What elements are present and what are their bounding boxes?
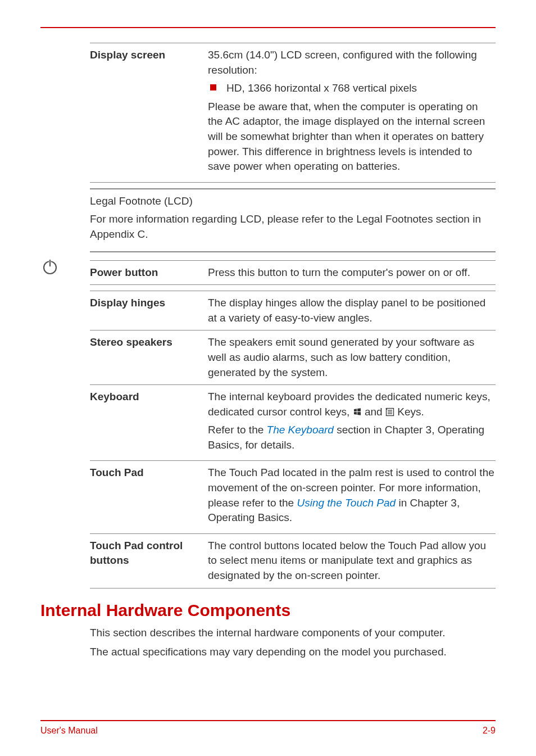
touchpad-link[interactable]: Using the Touch Pad (297, 497, 396, 509)
term-touch-pad: Touch Pad (90, 465, 208, 528)
footer-right: 2-9 (483, 726, 496, 736)
keyboard-p1b: and (365, 406, 385, 418)
windows-key-icon (353, 408, 362, 417)
term-power-button: Power button (90, 265, 208, 280)
term-display-hinges: Display hinges (90, 296, 208, 325)
legal-body: For more information regarding LCD, plea… (90, 212, 496, 242)
term-stereo-speakers: Stereo speakers (90, 335, 208, 380)
table1-bottom-rule (90, 182, 496, 183)
keyboard-p1a: The internal keyboard provides the dedic… (208, 391, 490, 418)
legal-footnote-block: Legal Footnote (LCD) For more informatio… (90, 188, 496, 252)
section-title: Internal Hardware Components (40, 601, 496, 620)
row-power-button: Power button Press this button to turn t… (90, 261, 496, 285)
term-keyboard: Keyboard (90, 390, 208, 456)
power-icon (40, 257, 60, 276)
desc-touch-pad: The Touch Pad located in the palm rest i… (208, 465, 496, 528)
row-display-hinges: Display hinges The display hinges allow … (90, 291, 496, 330)
display-screen-bullet-text: HD, 1366 horizontal x 768 vertical pixel… (226, 81, 496, 96)
row-display-screen: Display screen 35.6cm (14.0") LCD screen… (90, 43, 496, 182)
legal-title: Legal Footnote (LCD) (90, 194, 496, 209)
rule-after-power (90, 284, 496, 285)
section-body: This section describes the internal hard… (90, 626, 496, 660)
menu-key-icon (385, 408, 394, 417)
desc-keyboard: The internal keyboard provides the dedic… (208, 390, 496, 456)
row-stereo-speakers: Stereo speakers The speakers emit sound … (90, 330, 496, 384)
keyboard-link[interactable]: The Keyboard (267, 424, 334, 436)
row-keyboard: Keyboard The internal keyboard provides … (90, 384, 496, 460)
desc-stereo-speakers: The speakers emit sound generated by you… (208, 335, 496, 380)
power-icon-col (40, 252, 90, 588)
top-divider (40, 27, 496, 28)
keyboard-p1c: Keys. (397, 406, 424, 418)
bullet-square-icon (210, 84, 216, 90)
table2-bottom-rule (90, 588, 496, 588)
display-screen-p1: 35.6cm (14.0") LCD screen, configured wi… (208, 48, 496, 78)
term-display-screen: Display screen (90, 48, 208, 178)
desc-display-hinges: The display hinges allow the display pan… (208, 296, 496, 325)
display-screen-bullet: HD, 1366 horizontal x 768 vertical pixel… (208, 81, 496, 96)
keyboard-p2a: Refer to the (208, 424, 267, 436)
section-p2: The actual specifications may vary depen… (90, 645, 496, 660)
section-p1: This section describes the internal hard… (90, 626, 496, 641)
desc-touch-pad-ctrl: The control buttons located below the To… (208, 538, 496, 583)
term-touch-pad-ctrl: Touch Pad control buttons (90, 538, 208, 583)
display-screen-p2: Please be aware that, when the computer … (208, 99, 496, 174)
row-touch-pad-ctrl: Touch Pad control buttons The control bu… (90, 533, 496, 588)
footer-left: User's Manual (40, 726, 98, 736)
desc-power-button: Press this button to turn the computer's… (208, 265, 496, 280)
desc-display-screen: 35.6cm (14.0") LCD screen, configured wi… (208, 48, 496, 178)
row-touch-pad: Touch Pad The Touch Pad located in the p… (90, 460, 496, 533)
page-footer: User's Manual 2-9 (40, 720, 496, 736)
